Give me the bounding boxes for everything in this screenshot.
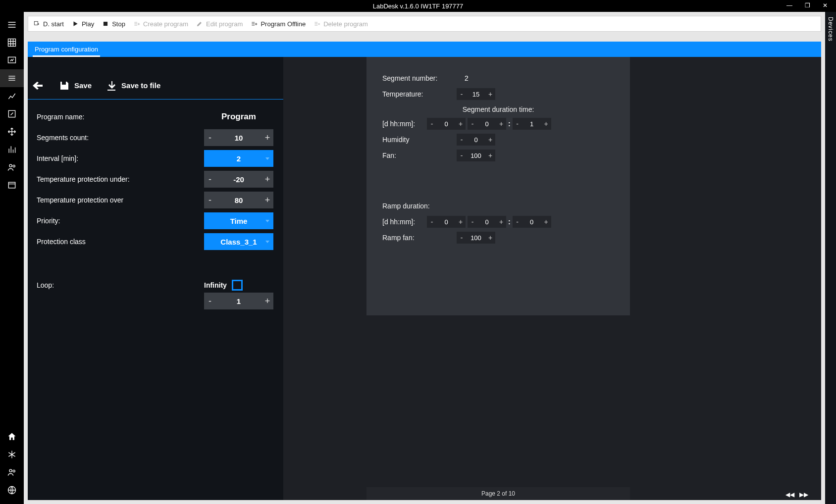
duration-hours-plus[interactable]: + xyxy=(496,120,506,128)
nav-program[interactable] xyxy=(0,69,24,87)
window-maximize-button[interactable]: ❐ xyxy=(798,0,816,11)
ramp-days-plus[interactable]: + xyxy=(456,218,466,226)
fan-plus[interactable]: + xyxy=(485,151,495,159)
segments-count-minus[interactable]: - xyxy=(204,129,216,146)
ramp-fan-label: Ramp fan: xyxy=(382,234,457,242)
interval-select[interactable]: 2 xyxy=(204,150,273,167)
humidity-minus[interactable]: - xyxy=(457,136,467,144)
humidity-stepper[interactable]: - 0 + xyxy=(457,134,495,146)
move-icon xyxy=(7,127,17,137)
priority-select[interactable]: Time xyxy=(204,212,273,229)
duration-days-value[interactable]: 0 xyxy=(437,120,456,128)
ramp-minutes-stepper[interactable]: - 0 + xyxy=(513,216,551,228)
temp-under-value[interactable]: -20 xyxy=(216,171,261,188)
nav-grid[interactable] xyxy=(0,34,24,51)
duration-minutes-plus[interactable]: + xyxy=(541,120,551,128)
temp-under-plus[interactable]: + xyxy=(261,171,273,188)
infinity-checkbox[interactable] xyxy=(232,280,243,291)
nav-snow[interactable] xyxy=(0,446,24,463)
ramp-days-minus[interactable]: - xyxy=(427,218,437,226)
priority-value: Time xyxy=(230,217,248,225)
duration-minutes-stepper[interactable]: - 1 + xyxy=(513,118,551,130)
ramp-fan-stepper[interactable]: - 100 + xyxy=(457,232,495,244)
loop-value[interactable]: 1 xyxy=(216,293,261,309)
temperature-plus[interactable]: + xyxy=(485,90,495,98)
nav-chart[interactable] xyxy=(0,87,24,105)
nav-menu[interactable] xyxy=(0,16,24,34)
nav-monitor[interactable] xyxy=(0,51,24,69)
temperature-minus[interactable]: - xyxy=(457,90,467,98)
temp-over-plus[interactable]: + xyxy=(261,192,273,208)
toolbar-d-start-button[interactable]: D. start xyxy=(33,20,64,28)
save-button[interactable]: Save xyxy=(58,80,92,92)
snow-icon xyxy=(7,450,17,459)
segments-count-value[interactable]: 10 xyxy=(216,129,261,146)
duration-minutes-minus[interactable]: - xyxy=(513,120,522,128)
toolbar-program-offline-button[interactable]: Program Offline xyxy=(251,20,306,28)
ramp-hours-plus[interactable]: + xyxy=(496,218,506,226)
ramp-days-value[interactable]: 0 xyxy=(437,218,456,226)
toolbar-stop-label: Stop xyxy=(112,20,125,28)
fan-label: Fan: xyxy=(382,151,457,159)
ramp-minutes-plus[interactable]: + xyxy=(541,218,551,226)
segments-count-stepper[interactable]: - 10 + xyxy=(204,129,273,146)
pager-next-button[interactable]: ▶▶ xyxy=(799,491,808,498)
nav-edit[interactable] xyxy=(0,105,24,123)
nav-globe[interactable] xyxy=(0,481,24,499)
toolbar-play-button[interactable]: Play xyxy=(72,20,94,28)
temperature-stepper[interactable]: - 15 + xyxy=(457,88,495,100)
window-close-button[interactable]: ✕ xyxy=(816,0,834,11)
ramp-hours-minus[interactable]: - xyxy=(468,218,477,226)
duration-minutes-value[interactable]: 1 xyxy=(522,120,541,128)
duration-days-minus[interactable]: - xyxy=(427,120,437,128)
fan-value[interactable]: 100 xyxy=(467,152,485,159)
duration-days-plus[interactable]: + xyxy=(456,120,466,128)
loop-stepper[interactable]: - 1 + xyxy=(204,293,273,309)
devices-panel-collapsed[interactable]: Devices xyxy=(825,12,836,504)
people-icon xyxy=(7,162,17,172)
nav-users[interactable] xyxy=(0,463,24,481)
back-button[interactable] xyxy=(33,80,45,92)
humidity-plus[interactable]: + xyxy=(485,136,495,144)
ramp-fan-plus[interactable]: + xyxy=(485,234,495,242)
ramp-hours-stepper[interactable]: - 0 + xyxy=(468,216,506,228)
ramp-minutes-minus[interactable]: - xyxy=(513,218,522,226)
ramp-days-stepper[interactable]: - 0 + xyxy=(427,216,466,228)
nav-move[interactable] xyxy=(0,123,24,141)
duration-hours-stepper[interactable]: - 0 + xyxy=(468,118,506,130)
nav-people[interactable] xyxy=(0,158,24,176)
temp-over-stepper[interactable]: - 80 + xyxy=(204,192,273,208)
segment-pager: Page 2 of 10 xyxy=(366,487,630,500)
temp-over-value[interactable]: 80 xyxy=(216,192,261,208)
protection-class-select[interactable]: Class_3_1 xyxy=(204,233,273,250)
temp-under-minus[interactable]: - xyxy=(204,171,216,188)
program-name-label: Program name: xyxy=(37,113,204,121)
tab-program-configuration[interactable]: Program configuration xyxy=(33,42,100,56)
ramp-minutes-value[interactable]: 0 xyxy=(522,218,541,226)
program-name-value[interactable]: Program xyxy=(204,112,273,122)
segments-count-plus[interactable]: + xyxy=(261,129,273,146)
ramp-fan-value[interactable]: 100 xyxy=(467,234,485,242)
nav-bars[interactable] xyxy=(0,141,24,158)
fan-stepper[interactable]: - 100 + xyxy=(457,150,495,161)
loop-minus[interactable]: - xyxy=(204,293,216,309)
toolbar-delete-label: Delete program xyxy=(323,20,368,28)
window-minimize-button[interactable]: — xyxy=(781,0,798,11)
duration-hours-minus[interactable]: - xyxy=(468,120,477,128)
duration-days-stepper[interactable]: - 0 + xyxy=(427,118,466,130)
fan-minus[interactable]: - xyxy=(457,151,467,159)
nav-home[interactable] xyxy=(0,428,24,446)
ramp-fan-minus[interactable]: - xyxy=(457,234,467,242)
ramp-hours-value[interactable]: 0 xyxy=(477,218,496,226)
toolbar-stop-button[interactable]: Stop xyxy=(102,20,125,28)
svg-point-6 xyxy=(9,469,12,472)
humidity-value[interactable]: 0 xyxy=(467,136,485,144)
save-to-file-button[interactable]: Save to file xyxy=(105,80,160,92)
temp-under-stepper[interactable]: - -20 + xyxy=(204,171,273,188)
loop-plus[interactable]: + xyxy=(261,293,273,309)
duration-hours-value[interactable]: 0 xyxy=(477,120,496,128)
nav-window[interactable] xyxy=(0,176,24,194)
temp-over-minus[interactable]: - xyxy=(204,192,216,208)
temperature-value[interactable]: 15 xyxy=(467,91,485,98)
pager-prev-button[interactable]: ◀◀ xyxy=(785,491,794,498)
